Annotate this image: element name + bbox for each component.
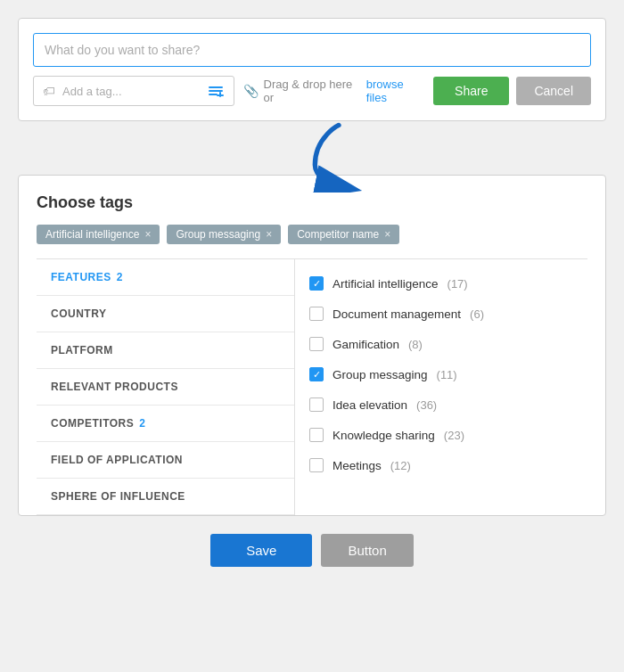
filter-options: ✓ Artificial intelligence (17) Document … — [295, 259, 587, 515]
option-group-messaging-count: (11) — [437, 368, 457, 381]
category-features-count: 2 — [117, 271, 123, 283]
share-bottom-row: 🏷 Add a tag... 📎 Drag & drop here or bro… — [33, 76, 591, 106]
category-features-label: FEATURES — [51, 271, 111, 283]
checkbox-ai[interactable]: ✓ — [309, 276, 324, 291]
category-sphere-of-influence-label: SPHERE OF INFLUENCE — [51, 490, 185, 503]
checkbox-meetings[interactable] — [309, 458, 324, 472]
svg-rect-4 — [217, 94, 224, 96]
add-tags-icon — [207, 82, 225, 100]
svg-rect-1 — [209, 90, 223, 92]
option-meetings: Meetings (12) — [309, 450, 573, 480]
cancel-button[interactable]: Cancel — [516, 77, 591, 105]
option-doc-mgmt-count: (6) — [470, 307, 484, 321]
paperclip-icon: 📎 — [243, 84, 259, 98]
tag-chip-ai: Artificial intelligence × — [37, 225, 160, 244]
main-container: 🏷 Add a tag... 📎 Drag & drop here or bro… — [18, 18, 606, 585]
option-idea-elevation: Idea elevation (36) — [309, 389, 573, 420]
category-competitors[interactable]: COMPETITORS 2 — [37, 406, 294, 442]
tag-chip-gm-label: Group messaging — [176, 228, 260, 241]
selected-tags: Artificial intelligence × Group messagin… — [37, 225, 587, 244]
file-upload-area: 📎 Drag & drop here or browse files — [243, 78, 425, 104]
tag-chip-cn-close[interactable]: × — [384, 228, 390, 241]
checkbox-gamification[interactable] — [309, 337, 324, 351]
action-buttons: Share Cancel — [433, 77, 591, 105]
category-field-of-application-label: FIELD OF APPLICATION — [51, 454, 183, 466]
category-competitors-label: COMPETITORS — [51, 417, 134, 430]
extra-button[interactable]: Button — [321, 534, 413, 567]
svg-rect-0 — [209, 86, 223, 88]
option-knowledge-sharing-count: (23) — [444, 429, 464, 442]
arrow-container — [71, 121, 606, 184]
option-meetings-count: (12) — [390, 459, 411, 472]
share-card: 🏷 Add a tag... 📎 Drag & drop here or bro… — [18, 18, 606, 121]
bottom-buttons: Save Button — [18, 516, 606, 585]
tag-input-area[interactable]: 🏷 Add a tag... — [33, 76, 234, 106]
option-group-messaging-label: Group messaging — [333, 368, 428, 381]
option-knowledge-sharing: Knowledge sharing (23) — [309, 420, 573, 450]
category-relevant-products[interactable]: RELEVANT PRODUCTS — [37, 369, 294, 406]
option-meetings-label: Meetings — [333, 459, 382, 472]
arrow-icon — [303, 121, 374, 193]
tag-placeholder: Add a tag... — [62, 85, 200, 98]
option-gamification: Gamification (8) — [309, 329, 573, 359]
option-idea-elevation-label: Idea elevation — [333, 398, 407, 412]
checkbox-group-messaging[interactable]: ✓ — [309, 367, 324, 381]
tag-add-button[interactable] — [207, 82, 225, 100]
share-button[interactable]: Share — [433, 77, 509, 105]
option-doc-mgmt: Document management (6) — [309, 299, 573, 329]
checkmark-ai: ✓ — [313, 279, 321, 289]
tag-chip-cn-label: Competitor name — [297, 228, 379, 241]
category-features[interactable]: FEATURES 2 — [37, 259, 294, 296]
option-ai-label: Artificial intelligence — [333, 277, 439, 291]
option-doc-mgmt-label: Document management — [333, 307, 461, 321]
category-country[interactable]: COUNTRY — [37, 296, 294, 332]
option-knowledge-sharing-label: Knowledge sharing — [333, 429, 435, 442]
save-button[interactable]: Save — [210, 534, 312, 567]
category-relevant-products-label: RELEVANT PRODUCTS — [51, 381, 178, 393]
svg-rect-2 — [209, 94, 218, 95]
checkbox-idea-elevation[interactable] — [309, 397, 324, 412]
option-group-messaging: ✓ Group messaging (11) — [309, 359, 573, 389]
option-idea-elevation-count: (36) — [416, 398, 437, 412]
tag-chip-ai-close[interactable]: × — [144, 228, 151, 241]
category-competitors-count: 2 — [139, 417, 145, 430]
share-input[interactable] — [33, 33, 591, 67]
category-platform-label: PLATFORM — [51, 344, 113, 356]
option-gamification-label: Gamification — [333, 338, 399, 351]
checkbox-doc-mgmt[interactable] — [309, 307, 324, 321]
option-gamification-count: (8) — [408, 338, 423, 351]
tag-chip-ai-label: Artificial intelligence — [45, 228, 139, 241]
tag-icon: 🏷 — [43, 84, 55, 98]
category-platform[interactable]: PLATFORM — [37, 332, 294, 369]
category-country-label: COUNTRY — [51, 307, 106, 320]
category-field-of-application[interactable]: FIELD OF APPLICATION — [37, 442, 294, 479]
tag-filter-area: FEATURES 2 COUNTRY PLATFORM RELEVANT PRO… — [37, 258, 587, 515]
tag-chip-gm: Group messaging × — [167, 225, 281, 244]
upload-text: Drag & drop here or — [264, 78, 361, 104]
checkmark-group-messaging: ✓ — [313, 370, 321, 380]
browse-link[interactable]: browse files — [366, 78, 424, 104]
filter-categories: FEATURES 2 COUNTRY PLATFORM RELEVANT PRO… — [37, 259, 295, 515]
option-ai: ✓ Artificial intelligence (17) — [309, 268, 573, 299]
option-ai-count: (17) — [447, 277, 468, 291]
tag-chip-gm-close[interactable]: × — [266, 228, 272, 241]
tags-panel-title: Choose tags — [37, 193, 587, 212]
tags-panel: Choose tags Artificial intelligence × Gr… — [18, 175, 606, 516]
tag-chip-cn: Competitor name × — [288, 225, 399, 244]
checkbox-knowledge-sharing[interactable] — [309, 428, 324, 442]
category-sphere-of-influence[interactable]: SPHERE OF INFLUENCE — [37, 479, 294, 515]
